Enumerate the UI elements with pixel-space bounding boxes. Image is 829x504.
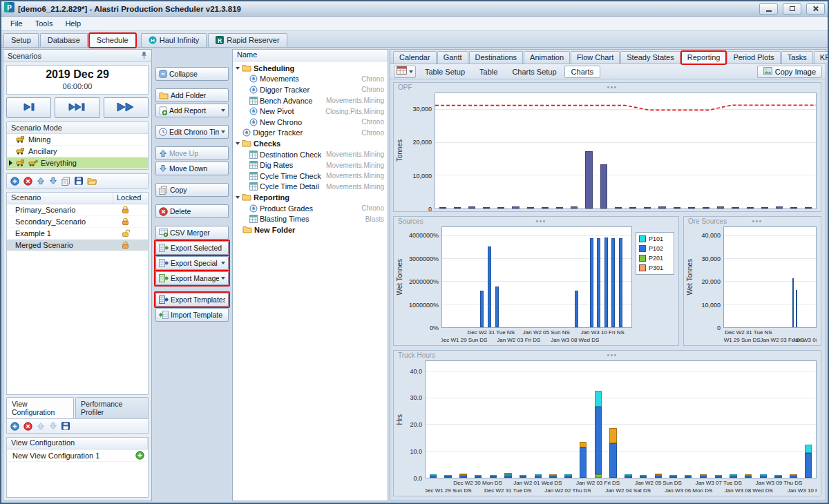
report-view-menu-button[interactable] xyxy=(394,66,416,78)
menu-help[interactable]: Help xyxy=(59,18,87,29)
folder-open-button[interactable] xyxy=(87,177,97,185)
expander-icon[interactable] xyxy=(236,142,240,145)
tree-item-new-folder[interactable]: New Folder xyxy=(233,224,388,235)
x-tick-label: Jan W3 06 Mon DS xyxy=(665,487,712,494)
tree-item-cycle-time-detail[interactable]: Cycle Time DetailMovements.Mining xyxy=(233,182,388,193)
tree-item-destination-check[interactable]: Destination CheckMovements.Mining xyxy=(233,149,388,160)
add-button[interactable] xyxy=(10,422,19,431)
add-button[interactable] xyxy=(10,177,19,186)
chrono-icon xyxy=(249,107,258,115)
tab-steady-states[interactable]: Steady States xyxy=(620,51,680,64)
tree-item-reporting[interactable]: Reporting xyxy=(233,192,388,203)
move-down-button[interactable] xyxy=(49,422,57,430)
tab-table-setup[interactable]: Table Setup xyxy=(418,66,472,78)
move-down-button[interactable] xyxy=(49,177,57,185)
pin-icon[interactable] xyxy=(141,51,147,61)
tab-charts[interactable]: Charts xyxy=(564,66,600,78)
scenario-mode-mining[interactable]: Mining xyxy=(7,134,148,146)
tab-rapid-reserver[interactable]: RRapid Reserver xyxy=(208,33,287,47)
drag-handle-icon[interactable] xyxy=(607,86,609,88)
tab-setup[interactable]: Setup xyxy=(3,33,39,47)
expander-icon[interactable] xyxy=(236,196,240,199)
move-up-button[interactable] xyxy=(37,177,45,185)
button-export-templates[interactable]: Export Templates xyxy=(155,293,229,307)
button-edit-chrono-times[interactable]: Edit Chrono Times xyxy=(155,125,229,139)
tree-item-digger-tracker[interactable]: Digger TrackerChrono xyxy=(233,84,388,95)
expander-icon[interactable] xyxy=(236,67,240,70)
bar-p301 xyxy=(504,473,511,474)
tab-reporting[interactable]: Reporting xyxy=(681,51,727,64)
drag-handle-icon[interactable] xyxy=(536,220,538,222)
scenario-row-secondary-scenario[interactable]: Secondary_Scenario xyxy=(7,216,148,228)
tab-calendar[interactable]: Calendar xyxy=(393,51,437,64)
scenario-mode-everything[interactable]: Everything xyxy=(7,157,148,169)
tab-view-configuration[interactable]: View Configuration xyxy=(6,397,74,418)
tab-period-plots[interactable]: Period Plots xyxy=(727,51,780,64)
button-export-manager[interactable]: Export Manager xyxy=(155,271,229,285)
button-import-template[interactable]: Import Template xyxy=(155,308,229,322)
button-csv-merger[interactable]: CSV Merger xyxy=(155,226,229,240)
chart-sources-legend: P101P102P201P301 xyxy=(636,232,674,275)
tab-database[interactable]: Database xyxy=(40,33,88,47)
button-move-down[interactable]: Move Down xyxy=(155,162,229,175)
save-button[interactable] xyxy=(61,422,70,430)
scenario-row-example-1[interactable]: Example 1 xyxy=(7,228,148,240)
scenario-row-merged-scenario[interactable]: Merged Scenario xyxy=(7,240,148,251)
button-add-report[interactable]: Add Report xyxy=(155,104,229,117)
tab-charts-setup[interactable]: Charts Setup xyxy=(505,66,563,78)
button-add-folder[interactable]: Add Folder xyxy=(155,88,229,102)
menu-tools[interactable]: Tools xyxy=(29,18,59,29)
bar-p102 xyxy=(604,238,608,327)
tree-item-label: Destination Check xyxy=(260,151,321,159)
move-up-button[interactable] xyxy=(37,422,45,430)
view-config-row-new-view-configuration-1[interactable]: New View Configuration 1 xyxy=(7,449,148,462)
copy-image-button[interactable]: Copy Image xyxy=(757,66,822,78)
menu-file[interactable]: File xyxy=(4,18,29,29)
close-button[interactable] xyxy=(806,3,825,14)
fast-forward-button[interactable] xyxy=(104,97,149,118)
tree-item-new-pivot[interactable]: New PivotClosing.Pits.Mining xyxy=(233,106,388,117)
skip-forward-button[interactable] xyxy=(55,97,99,118)
scenario-mode-label: Everything xyxy=(41,159,77,167)
tree-item-movements[interactable]: MovementsChrono xyxy=(233,74,388,85)
tree-item-bench-advance[interactable]: Bench AdvanceMovements.Mining xyxy=(233,95,388,106)
step-forward-button[interactable] xyxy=(6,97,51,118)
tab-flow-chart[interactable]: Flow Chart xyxy=(571,51,620,64)
tab-kpis[interactable]: KPIs xyxy=(814,51,829,64)
button-export-selected[interactable]: Export Selected xyxy=(155,241,229,255)
save-button[interactable] xyxy=(75,177,83,185)
tree-item-digger-tracker[interactable]: Digger TrackerChrono xyxy=(233,128,388,139)
tab-haul-infinity[interactable]: HHaul Infinity xyxy=(141,33,207,47)
tree-item-cycle-time-check[interactable]: Cycle Time CheckMovements.Mining xyxy=(233,171,388,182)
copy-button[interactable] xyxy=(61,177,70,186)
tree-item-checks[interactable]: Checks xyxy=(233,138,388,149)
csv-icon xyxy=(159,229,168,237)
button-collapse[interactable]: Collapse xyxy=(155,67,229,81)
tree-item-blasting-times[interactable]: Blasting TimesBlasts xyxy=(233,213,388,224)
tree-item-dig-rates[interactable]: Dig RatesMovements.Mining xyxy=(233,159,388,171)
tab-gantt[interactable]: Gantt xyxy=(437,51,468,64)
tree-item-new-chrono[interactable]: New ChronoChrono xyxy=(233,117,388,128)
tree-item-product-grades[interactable]: Product GradesChrono xyxy=(233,203,388,214)
maximize-button[interactable] xyxy=(783,3,801,14)
x-tick-label: Jan W3 10 Fri DS xyxy=(788,487,817,494)
tab-performance-profiler[interactable]: Performance Profiler xyxy=(75,397,149,418)
drag-handle-icon[interactable] xyxy=(752,220,754,222)
scenario-row-primary-scenario[interactable]: Primary_Scenario xyxy=(7,204,148,216)
button-copy[interactable]: Copy xyxy=(155,183,229,197)
minimize-button[interactable] xyxy=(759,3,778,14)
scenario-mode-ancillary[interactable]: Ancillary xyxy=(7,146,148,157)
tab-schedule[interactable]: Schedule xyxy=(89,33,136,47)
tab-table[interactable]: Table xyxy=(473,66,504,78)
drag-handle-icon[interactable] xyxy=(607,354,609,356)
button-delete[interactable]: Delete xyxy=(155,204,229,218)
button-export-special[interactable]: Export Special xyxy=(155,256,229,270)
tree-item-scheduling[interactable]: Scheduling xyxy=(233,63,388,74)
delete-button[interactable] xyxy=(23,422,32,431)
chrono-icon xyxy=(249,118,258,126)
tab-destinations[interactable]: Destinations xyxy=(469,51,524,64)
tab-tasks[interactable]: Tasks xyxy=(781,51,813,64)
tab-animation[interactable]: Animation xyxy=(524,51,570,64)
bar-p101 xyxy=(595,391,602,407)
delete-button[interactable] xyxy=(23,177,32,186)
